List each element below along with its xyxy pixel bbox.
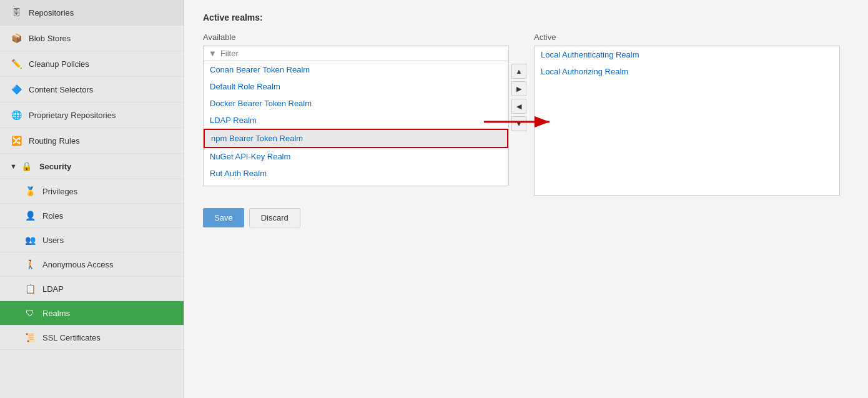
available-list: Conan Bearer Token Realm Default Role Re… [203,61,509,186]
sidebar-child-label: Roles [42,211,63,221]
sidebar-item-label: Routing Rules [29,136,80,146]
sidebar-child-label: Users [42,236,64,245]
list-item[interactable]: NuGet API-Key Realm [204,148,508,165]
routing-icon: 🔀 [10,136,22,146]
sidebar-item-label: Cleanup Policies [29,59,89,69]
sidebar-section-security[interactable]: ▼ 🔒 Security [0,154,184,179]
sidebar-item-users[interactable]: 👥 Users [0,228,184,252]
ldap-icon: 📋 [24,284,36,294]
cleanup-icon: ✏️ [10,59,22,69]
active-item[interactable]: Local Authorizing Realm [535,63,839,80]
sidebar-item-blob-stores[interactable]: 📦 Blob Stores [0,26,184,51]
sidebar-item-roles[interactable]: 👤 Roles [0,204,184,228]
sidebar-item-anonymous-access[interactable]: 🚶 Anonymous Access [0,252,184,277]
security-icon: 🔒 [21,161,33,171]
page-title: Active realms: [203,12,849,22]
realms-container: Available ▼ Conan Bearer Token Realm Def… [203,32,849,196]
privileges-icon: 🏅 [24,186,36,196]
sidebar-item-repositories[interactable]: 🗄 Repositories [0,0,184,26]
transfer-buttons: ▲ ▶ ◀ ▼ [509,64,529,131]
sidebar-item-ldap[interactable]: 📋 LDAP [0,277,184,301]
filter-icon: ▼ [209,49,217,58]
list-item[interactable]: Docker Bearer Token Realm [204,95,508,112]
blob-stores-icon: 📦 [10,33,22,43]
ssl-icon: 📜 [24,332,36,342]
list-item[interactable]: Rut Auth Realm [204,165,508,182]
sidebar-child-label: Anonymous Access [42,260,113,269]
filter-bar: ▼ [203,46,509,61]
available-label: Available [203,32,509,42]
main-content: Active realms: Available ▼ Conan Bearer … [184,0,868,398]
security-arrow-icon: ▼ [10,162,17,170]
security-section-label: Security [39,162,71,171]
proprietary-icon: 🌐 [10,110,22,120]
repositories-icon: 🗄 [10,7,22,17]
move-left-button[interactable]: ◀ [511,99,526,114]
action-buttons: Save Discard [203,208,849,227]
roles-icon: 👤 [24,211,36,221]
move-right-button[interactable]: ▶ [511,81,526,96]
sidebar: 🗄 Repositories 📦 Blob Stores ✏️ Cleanup … [0,0,184,398]
sidebar-child-label: Privileges [42,187,77,196]
sidebar-child-label: SSL Certificates [42,333,101,342]
sidebar-item-realms[interactable]: 🛡 Realms [0,301,184,326]
active-label: Active [534,32,840,42]
sidebar-item-routing-rules[interactable]: 🔀 Routing Rules [0,128,184,154]
move-down-button[interactable]: ▼ [511,116,526,131]
sidebar-child-label: LDAP [42,284,64,294]
available-column: Available ▼ Conan Bearer Token Realm Def… [203,32,509,186]
sidebar-item-label: Repositories [29,8,74,17]
content-selectors-icon: 🔷 [10,84,22,94]
sidebar-item-label: Blob Stores [29,34,71,43]
sidebar-item-label: Content Selectors [29,85,93,94]
list-item[interactable]: Conan Bearer Token Realm [204,61,508,78]
list-item[interactable]: Default Role Realm [204,78,508,95]
realms-icon: 🛡 [24,308,36,318]
active-column: Active Local Authenticating Realm Local … [534,32,840,196]
sidebar-item-privileges[interactable]: 🏅 Privileges [0,179,184,204]
sidebar-child-label: Realms [42,309,70,318]
list-item[interactable]: LDAP Realm [204,112,508,129]
save-button[interactable]: Save [203,208,244,227]
sidebar-item-proprietary-repositories[interactable]: 🌐 Proprietary Repositories [0,102,184,128]
move-up-button[interactable]: ▲ [511,64,526,79]
sidebar-item-label: Proprietary Repositories [29,111,116,120]
sidebar-item-ssl-certificates[interactable]: 📜 SSL Certificates [0,326,184,350]
active-list: Local Authenticating Realm Local Authori… [534,46,840,196]
list-item-npm[interactable]: npm Bearer Token Realm [204,129,508,148]
anonymous-icon: 🚶 [24,259,36,269]
users-icon: 👥 [24,235,36,245]
discard-button[interactable]: Discard [249,208,300,227]
sidebar-item-content-selectors[interactable]: 🔷 Content Selectors [0,77,184,102]
sidebar-item-cleanup-policies[interactable]: ✏️ Cleanup Policies [0,51,184,77]
filter-input[interactable] [220,49,503,58]
active-item[interactable]: Local Authenticating Realm [535,46,839,63]
